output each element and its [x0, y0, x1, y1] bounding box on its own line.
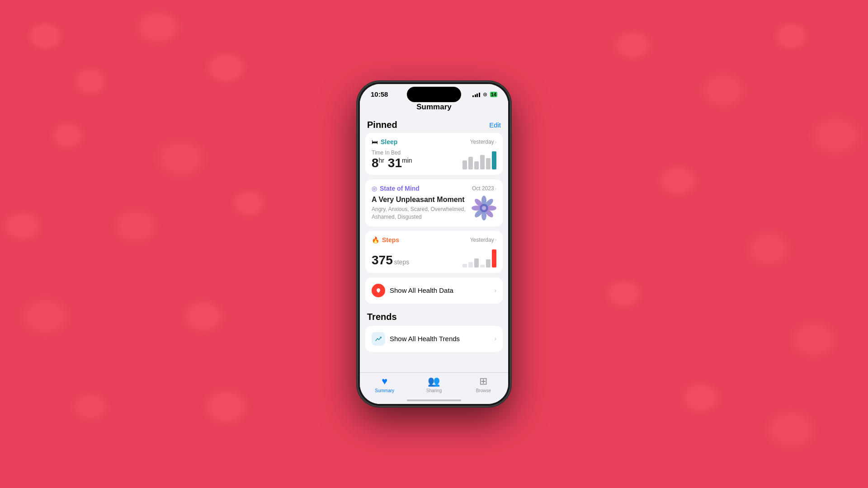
- battery-icon: 14: [490, 92, 497, 97]
- phone-frame: 10:58 ⊛ 14 Summary: [357, 81, 511, 407]
- mind-content: A Very Unpleasant Moment Angry, Anxious,…: [372, 196, 496, 221]
- mind-heading: A Very Unpleasant Moment: [372, 196, 472, 204]
- tab-summary[interactable]: ♥ Summary: [360, 375, 409, 393]
- show-health-trends-button[interactable]: Show All Health Trends ›: [365, 326, 503, 352]
- home-indicator: [360, 397, 508, 404]
- sleep-chart: [462, 149, 496, 169]
- steps-chevron-icon: ›: [495, 237, 496, 242]
- sharing-tab-label: Sharing: [426, 388, 442, 393]
- steps-content: 375steps: [372, 247, 496, 267]
- steps-card[interactable]: 🔥 Steps Yesterday › 375steps: [365, 231, 503, 273]
- sleep-icon: 🛏: [372, 138, 378, 145]
- status-time: 10:58: [371, 90, 388, 98]
- show-health-trends-label: Show All Health Trends: [390, 335, 460, 343]
- home-indicator-bar: [407, 399, 461, 401]
- health-trends-icon: [372, 332, 385, 346]
- steps-title: Steps: [382, 236, 399, 244]
- sleep-time-area: Time In Bed 8hr 31min: [372, 150, 412, 169]
- steps-count: 375: [372, 253, 393, 267]
- steps-icon: 🔥: [372, 236, 379, 244]
- pinned-title: Pinned: [367, 120, 397, 130]
- steps-date: Yesterday ›: [470, 237, 496, 243]
- show-health-data-label: Show All Health Data: [390, 286, 453, 294]
- summary-tab-icon: ♥: [382, 375, 387, 387]
- dynamic-island: [407, 87, 461, 102]
- summary-tab-label: Summary: [375, 388, 394, 393]
- phone-scene: 10:58 ⊛ 14 Summary: [321, 41, 547, 447]
- mind-chevron-icon: ›: [495, 186, 496, 191]
- action-button-left: Show All Health Data: [372, 284, 453, 297]
- mind-card-header: ◎ State of Mind Oct 2023 ›: [372, 185, 496, 192]
- battery-percent: 14: [490, 92, 497, 97]
- app-content: Summary Pinned Edit 🛏 Sleep: [360, 101, 508, 404]
- scroll-content[interactable]: Pinned Edit 🛏 Sleep Yesterday ›: [360, 116, 508, 372]
- steps-count-area: 375steps: [372, 253, 409, 267]
- sleep-chevron-icon: ›: [495, 140, 496, 145]
- show-health-data-chevron-icon: ›: [495, 287, 496, 294]
- show-health-data-button[interactable]: Show All Health Data ›: [365, 277, 503, 304]
- sharing-tab-icon: 👥: [428, 375, 440, 387]
- wifi-icon: ⊛: [483, 91, 487, 98]
- sleep-card-header: 🛏 Sleep Yesterday ›: [372, 138, 496, 145]
- tab-sharing[interactable]: 👥 Sharing: [409, 375, 458, 393]
- health-data-icon: [372, 284, 385, 297]
- mind-icon: ◎: [372, 185, 377, 192]
- sleep-title-row: 🛏 Sleep: [372, 138, 397, 145]
- page-title: Summary: [360, 101, 508, 116]
- pinned-header: Pinned Edit: [365, 116, 503, 133]
- browse-tab-label: Browse: [476, 388, 491, 393]
- mind-text-area: A Very Unpleasant Moment Angry, Anxious,…: [372, 196, 472, 221]
- steps-unit: steps: [394, 258, 409, 266]
- trends-section-title: Trends: [365, 308, 503, 326]
- sleep-content: Time In Bed 8hr 31min: [372, 149, 496, 169]
- state-of-mind-card[interactable]: ◎ State of Mind Oct 2023 › A Very Unplea…: [365, 179, 503, 226]
- steps-card-header: 🔥 Steps Yesterday ›: [372, 236, 496, 244]
- trends-button-left: Show All Health Trends: [372, 332, 460, 346]
- sleep-label: Time In Bed: [372, 150, 412, 156]
- browse-tab-icon: ⊞: [479, 375, 487, 387]
- signal-bars-icon: [472, 92, 480, 97]
- show-health-trends-chevron-icon: ›: [495, 336, 496, 342]
- tab-browse[interactable]: ⊞ Browse: [459, 375, 508, 393]
- edit-button[interactable]: Edit: [489, 121, 501, 129]
- sleep-time-value: 8hr 31min: [372, 157, 412, 169]
- mind-title: State of Mind: [380, 185, 420, 192]
- steps-chart: [462, 247, 496, 267]
- phone-screen: 10:58 ⊛ 14 Summary: [360, 84, 508, 404]
- svg-point-9: [482, 206, 486, 210]
- mind-date: Oct 2023 ›: [472, 185, 496, 192]
- tab-bar: ♥ Summary 👥 Sharing ⊞ Browse: [360, 372, 508, 397]
- sleep-date: Yesterday ›: [470, 139, 496, 145]
- steps-title-row: 🔥 Steps: [372, 236, 399, 244]
- sleep-title: Sleep: [381, 138, 397, 145]
- status-icons: ⊛ 14: [472, 91, 497, 98]
- sleep-card[interactable]: 🛏 Sleep Yesterday › Time In Bed: [365, 133, 503, 175]
- mind-description: Angry, Anxious, Scared, Overwhelmed, Ash…: [372, 206, 472, 221]
- mind-title-row: ◎ State of Mind: [372, 185, 420, 192]
- mind-flower-icon: [472, 196, 496, 221]
